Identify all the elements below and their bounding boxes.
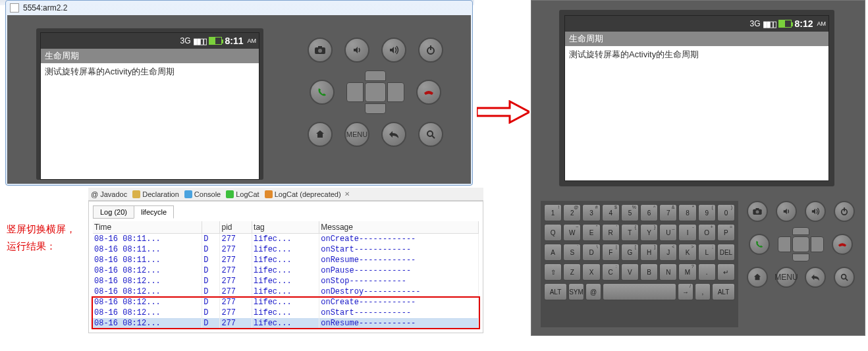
camera-button[interactable] — [308, 38, 333, 63]
view-declaration[interactable]: Declaration — [132, 190, 179, 198]
table-row[interactable]: 08-16 08:12...D277lifec...onPause-------… — [93, 265, 479, 276]
ide-view-tabs[interactable]: @ Javadoc Declaration Console LogCat Log… — [88, 188, 483, 201]
power-button[interactable] — [418, 38, 443, 63]
key-→[interactable]: →/ — [678, 283, 693, 300]
key-9[interactable]: 9( — [698, 204, 716, 221]
emulator-portrait-window[interactable]: 5554:arm2.2 3G ▮▮▯▯ 8:11 AM 生命周期 测试旋转屏幕的… — [5, 0, 473, 186]
key-SYM[interactable]: SYM — [568, 283, 584, 300]
key-↵[interactable]: ↵ — [717, 263, 735, 281]
col-pid[interactable]: pid — [220, 221, 252, 234]
dpad-center[interactable] — [365, 82, 386, 102]
logcat-table[interactable]: Time pid tag Message 08-16 08:11...D277l… — [93, 221, 479, 329]
key-Q[interactable]: Q — [544, 224, 562, 241]
key-.[interactable]: . — [698, 263, 716, 281]
key-P[interactable]: P= — [717, 224, 735, 241]
volume-down-button[interactable] — [776, 201, 797, 222]
key-L[interactable]: L; — [698, 244, 716, 261]
key-A[interactable]: A — [544, 244, 562, 261]
dpad-up[interactable] — [792, 227, 809, 235]
key-1[interactable]: 1! — [544, 204, 562, 221]
key-8[interactable]: 8* — [678, 204, 696, 221]
table-row[interactable]: 08-16 08:11...D277lifec...onCreate------… — [93, 234, 479, 245]
end-call-button[interactable] — [416, 80, 441, 105]
dpad-left[interactable] — [346, 82, 364, 102]
call-button[interactable] — [749, 234, 770, 255]
emulator-titlebar[interactable]: 5554:arm2.2 — [6, 1, 472, 15]
key-K[interactable]: K> — [678, 244, 696, 261]
view-logcat-deprecated[interactable]: LogCat (deprecated)✕ — [265, 190, 350, 198]
key-7[interactable]: 7& — [659, 204, 677, 221]
key-M[interactable]: M? — [678, 263, 696, 281]
volume-up-button[interactable] — [805, 201, 826, 222]
key-C[interactable]: C: — [602, 263, 620, 281]
phone-screen[interactable]: 3G ▮▮▯▯ 8:11 AM 生命周期 测试旋转屏幕的Activity的生命周… — [40, 32, 259, 180]
dpad-down[interactable] — [792, 254, 809, 261]
key-X[interactable]: X — [582, 263, 600, 281]
key-R[interactable]: R' — [602, 224, 620, 241]
key-G[interactable]: G[ — [621, 244, 639, 261]
home-button[interactable] — [308, 122, 333, 147]
back-button[interactable] — [805, 267, 826, 288]
key-F[interactable]: F| — [602, 244, 620, 261]
key-4[interactable]: 4$ — [602, 204, 620, 221]
menu-button[interactable]: MENU — [776, 267, 797, 288]
key-E[interactable]: E" — [582, 224, 600, 241]
search-button[interactable] — [834, 267, 855, 288]
view-console[interactable]: Console — [184, 190, 221, 198]
key-6[interactable]: 6^ — [640, 204, 658, 221]
col-time[interactable]: Time — [93, 221, 202, 234]
call-button[interactable] — [310, 80, 335, 105]
table-row[interactable]: 08-16 08:12...D277lifec...onResume------… — [93, 318, 479, 329]
key-@[interactable]: @ — [585, 283, 601, 300]
key-H[interactable]: H] — [640, 244, 658, 261]
table-row[interactable]: 08-16 08:12...D277lifec...onDestroy-----… — [93, 286, 479, 297]
dpad-up[interactable] — [365, 70, 386, 81]
close-icon[interactable]: ✕ — [344, 190, 350, 198]
menu-button[interactable]: MENU — [344, 122, 369, 147]
dpad-center[interactable] — [792, 236, 809, 252]
dpad-left[interactable] — [778, 236, 791, 252]
key-2[interactable]: 2@ — [563, 204, 581, 221]
volume-up-button[interactable] — [381, 38, 406, 63]
col-msg[interactable]: Message — [319, 221, 479, 234]
key-space[interactable] — [603, 283, 676, 300]
key-ALT[interactable]: ALT — [712, 283, 735, 300]
back-button[interactable] — [381, 122, 406, 147]
dpad-down[interactable] — [365, 103, 386, 114]
key-W[interactable]: W~ — [563, 224, 581, 241]
end-call-button[interactable] — [832, 234, 853, 255]
key-5[interactable]: 5% — [621, 204, 639, 221]
home-button[interactable] — [747, 267, 768, 288]
table-row[interactable]: 08-16 08:11...D277lifec...onResume------… — [93, 255, 479, 265]
phone-screen-landscape[interactable]: 3G ▮▮▯▯ 8:12 AM 生命周期 测试旋转屏幕的Activity的生命周… — [564, 15, 829, 181]
key-N[interactable]: N — [659, 263, 677, 281]
table-row[interactable]: 08-16 08:12...D277lifec...onStop--------… — [93, 276, 479, 286]
filter-tab-lifecycle[interactable]: lifecycle — [134, 205, 174, 219]
camera-button[interactable] — [747, 201, 768, 222]
volume-down-button[interactable] — [344, 38, 369, 63]
table-row[interactable]: 08-16 08:12...D277lifec...onCreate------… — [93, 297, 479, 308]
key-Z[interactable]: Z — [563, 263, 581, 281]
view-javadoc[interactable]: @ Javadoc — [91, 190, 127, 198]
key-DEL[interactable]: DEL — [717, 244, 735, 261]
key-V[interactable]: V — [621, 263, 639, 281]
key-T[interactable]: T{ — [621, 224, 639, 241]
dpad-right[interactable] — [387, 82, 404, 102]
key-ALT[interactable]: ALT — [544, 283, 567, 300]
key-J[interactable]: J< — [659, 244, 677, 261]
key-Y[interactable]: Y} — [640, 224, 658, 241]
view-logcat[interactable]: LogCat — [226, 190, 259, 198]
emulator-landscape-window[interactable]: 3G ▮▮▯▯ 8:12 AM 生命周期 测试旋转屏幕的Activity的生命周… — [531, 0, 865, 336]
key-,[interactable]: , — [695, 283, 711, 300]
table-row[interactable]: 08-16 08:12...D277lifec...onStart-------… — [93, 308, 479, 318]
key-⇧[interactable]: ⇧ — [544, 263, 562, 281]
col-level[interactable] — [202, 221, 220, 234]
filter-tab-log[interactable]: Log (20) — [93, 205, 134, 219]
table-row[interactable]: 08-16 08:11...D277lifec...onStart-------… — [93, 244, 479, 255]
key-U[interactable]: U_ — [659, 224, 677, 241]
key-B[interactable]: B — [640, 263, 658, 281]
power-button[interactable] — [834, 201, 855, 222]
key-0[interactable]: 0) — [717, 204, 735, 221]
key-S[interactable]: S` — [563, 244, 581, 261]
key-3[interactable]: 3# — [582, 204, 600, 221]
